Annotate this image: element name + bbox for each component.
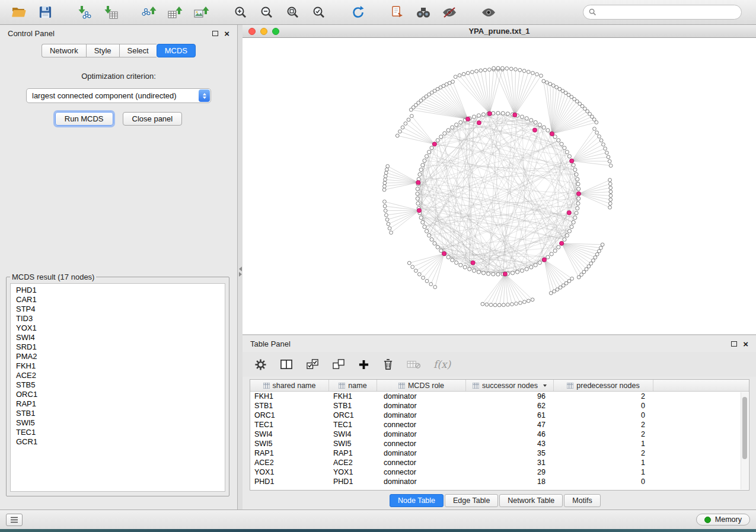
create-column-button[interactable] — [358, 359, 369, 370]
table-settings-button[interactable] — [254, 358, 267, 371]
mcds-result-item[interactable]: YOX1 — [16, 323, 225, 333]
close-panel-icon[interactable]: × — [224, 29, 229, 38]
table-row[interactable]: SWI4SWI4dominator462 — [250, 430, 749, 439]
table-row[interactable]: YOX1YOX1connector291 — [250, 467, 749, 477]
show-columns-button[interactable] — [280, 358, 293, 370]
mcds-result-item[interactable]: STB1 — [16, 409, 225, 418]
close-mcds-panel-button[interactable]: Close panel — [123, 112, 183, 126]
open-file-button[interactable] — [7, 2, 31, 23]
save-session-button[interactable] — [33, 2, 57, 23]
mcds-result-item[interactable]: SWI5 — [16, 418, 225, 428]
mcds-result-item[interactable]: TEC1 — [16, 428, 225, 437]
export-network-icon — [142, 5, 157, 20]
tab-node-table[interactable]: Node Table — [390, 494, 444, 507]
trash-icon — [382, 358, 394, 370]
minimize-window-icon[interactable] — [260, 28, 267, 35]
search-box[interactable] — [583, 5, 742, 20]
network-canvas[interactable] — [243, 38, 756, 334]
tab-network[interactable]: Network — [42, 44, 86, 57]
column-header-shared-name[interactable]: shared name — [250, 380, 329, 391]
table-row[interactable]: ACE2ACE2connector311 — [250, 458, 749, 467]
zoom-out-button[interactable] — [255, 2, 279, 23]
run-mcds-button[interactable]: Run MCDS — [55, 112, 113, 126]
column-header-predecessor-nodes[interactable]: predecessor nodes — [554, 380, 653, 391]
hide-selected-button[interactable] — [438, 2, 461, 23]
table-cell: dominator — [377, 402, 466, 410]
edit-table-disabled-button[interactable] — [407, 359, 420, 370]
export-table-button[interactable] — [164, 2, 187, 23]
export-network-button[interactable] — [138, 2, 161, 23]
optimization-criterion-select[interactable]: largest connected component (undirected) — [26, 88, 211, 103]
table-scrollbar-thumb[interactable] — [742, 397, 747, 459]
mcds-result-item[interactable]: FKH1 — [16, 361, 225, 371]
column-header-successor-nodes[interactable]: successor nodes — [466, 380, 554, 391]
mcds-result-item[interactable]: RAP1 — [16, 399, 225, 409]
tab-mcds[interactable]: MCDS — [157, 44, 196, 57]
table-row[interactable]: SWI5SWI5connector431 — [250, 439, 749, 448]
mcds-result-item[interactable]: STP4 — [16, 305, 225, 314]
column-header-mcds-role[interactable]: MCDS role — [377, 380, 466, 391]
table-cell: 35 — [466, 449, 554, 457]
mcds-result-item[interactable]: PMA2 — [16, 352, 225, 361]
table-cell: ACE2 — [329, 459, 377, 467]
refresh-button[interactable] — [346, 2, 370, 23]
export-image-button[interactable] — [190, 2, 213, 23]
table-cell: ACE2 — [250, 459, 329, 467]
delete-column-button[interactable] — [382, 358, 394, 370]
tab-network-table[interactable]: Network Table — [499, 494, 563, 507]
show-all-button[interactable] — [477, 2, 500, 23]
tab-style[interactable]: Style — [86, 44, 119, 57]
clone-network-button[interactable] — [385, 2, 409, 23]
mcds-result-item[interactable]: ACE2 — [16, 371, 225, 380]
table-cell: connector — [377, 468, 466, 476]
import-table-button[interactable] — [98, 2, 122, 23]
import-network-button[interactable] — [72, 2, 96, 23]
select-all-rows-button[interactable] — [306, 358, 319, 370]
memory-button[interactable]: Memory — [696, 514, 750, 525]
column-header-name[interactable]: name — [329, 380, 377, 391]
memory-label: Memory — [715, 515, 742, 524]
column-type-icon — [339, 383, 345, 389]
table-row[interactable]: RAP1RAP1dominator352 — [250, 448, 749, 458]
function-builder-button[interactable]: f(x) — [433, 358, 451, 370]
import-table-icon — [103, 5, 118, 20]
float-table-panel-icon[interactable] — [731, 341, 737, 347]
deselect-all-rows-button[interactable] — [332, 358, 345, 370]
maximize-window-icon[interactable] — [272, 28, 279, 35]
table-cell: PHD1 — [329, 477, 377, 486]
tab-edge-table[interactable]: Edge Table — [445, 494, 498, 507]
table-row[interactable]: TEC1TEC1connector472 — [250, 420, 749, 430]
mcds-result-item[interactable]: ORC1 — [16, 390, 225, 399]
import-network-icon — [76, 5, 92, 20]
search-input[interactable] — [599, 8, 736, 17]
table-row[interactable]: STB1STB1dominator620 — [250, 401, 749, 411]
table-row[interactable]: FKH1FKH1dominator962 — [250, 392, 749, 401]
zoom-fit-button[interactable] — [281, 2, 305, 23]
network-window-titlebar[interactable]: YPA_prune.txt_1 — [243, 25, 756, 38]
close-table-panel-icon[interactable]: × — [743, 339, 748, 348]
mcds-result-item[interactable]: CAR1 — [16, 295, 225, 305]
mcds-result-item[interactable]: PHD1 — [16, 286, 225, 295]
tab-motifs[interactable]: Motifs — [564, 494, 600, 507]
mcds-result-item[interactable]: GCR1 — [16, 437, 225, 447]
mcds-result-item[interactable]: STB5 — [16, 380, 225, 390]
status-bar: Memory — [0, 509, 756, 529]
table-cell: SWI4 — [250, 430, 329, 438]
table-scrollbar-track[interactable] — [741, 392, 748, 489]
zoom-selected-button[interactable] — [307, 2, 331, 23]
splitter-handle-icon[interactable] — [238, 267, 243, 277]
tab-select[interactable]: Select — [119, 44, 157, 57]
mcds-result-item[interactable]: SRD1 — [16, 342, 225, 352]
float-panel-icon[interactable] — [212, 31, 218, 36]
zoom-in-button[interactable] — [229, 2, 253, 23]
vertical-splitter[interactable] — [238, 25, 243, 509]
table-row[interactable]: PHD1PHD1dominator180 — [250, 477, 749, 486]
network-graph[interactable] — [243, 38, 756, 334]
mcds-result-list[interactable]: PHD1CAR1STP4TID3YOX1SWI4SRD1PMA2FKH1ACE2… — [10, 283, 225, 492]
close-window-icon[interactable] — [248, 28, 256, 35]
status-menu-button[interactable] — [6, 514, 23, 526]
mcds-result-item[interactable]: SWI4 — [16, 333, 225, 342]
first-neighbors-button[interactable] — [412, 2, 435, 23]
mcds-result-item[interactable]: TID3 — [16, 314, 225, 323]
table-row[interactable]: ORC1ORC1dominator610 — [250, 411, 749, 420]
